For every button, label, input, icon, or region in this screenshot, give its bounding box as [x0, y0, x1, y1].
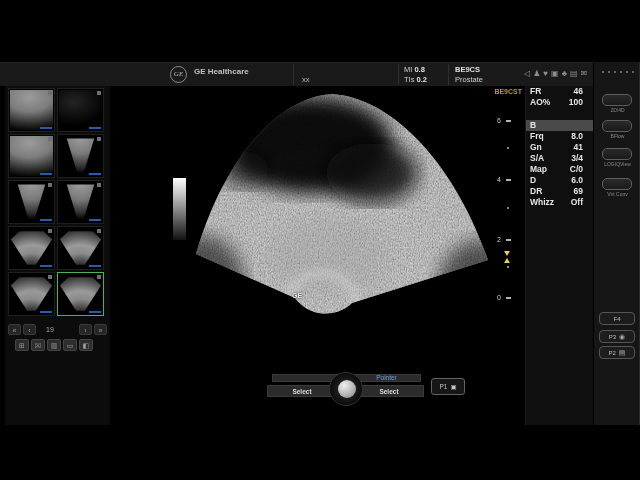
ruler-dash	[506, 297, 511, 299]
patient-id-field[interactable]: xx	[302, 75, 310, 84]
p1-button[interactable]: P1 ▣	[431, 378, 465, 395]
thumbnail-image	[10, 182, 53, 222]
thumbnail-tag	[89, 173, 101, 175]
param-row-d: D6.0	[526, 175, 593, 186]
soft-button-virtconv[interactable]	[602, 178, 632, 190]
param-value: 100	[569, 97, 583, 108]
param-value: 8.0	[571, 131, 583, 142]
thumbnail-badge	[48, 229, 52, 233]
ruler-dash	[506, 120, 511, 122]
thumbnail-item[interactable]	[57, 134, 104, 178]
delete-icon[interactable]: ☒	[31, 339, 45, 351]
param-row-fr: FR46	[526, 86, 593, 97]
param-gap	[526, 108, 593, 120]
ruler-dash	[506, 239, 511, 241]
rail-menu-dots	[602, 71, 634, 73]
ruler-dash	[506, 179, 511, 181]
thumbnail-image	[10, 274, 53, 314]
thumbnail-image	[59, 136, 102, 176]
layout-grid-icon[interactable]: ⊞	[15, 339, 29, 351]
mute-icon: ◁	[524, 68, 530, 80]
thumbnail-item[interactable]	[8, 272, 55, 316]
param-label: Map	[530, 164, 547, 175]
last-page-button[interactable]: »	[94, 324, 107, 335]
param-row-frq: Frq8.0	[526, 131, 593, 142]
thumbnail-image	[59, 182, 102, 222]
thumbnail-item[interactable]	[57, 180, 104, 224]
next-page-button[interactable]: ›	[79, 324, 92, 335]
thumbnail-tag	[89, 127, 101, 129]
network-icon: ♣	[562, 68, 567, 80]
thumbnail-tag	[40, 265, 52, 267]
param-label: AO%	[530, 97, 550, 108]
param-row-map: MapC/0	[526, 164, 593, 175]
focus-marker-icon[interactable]	[504, 251, 511, 263]
thumbnail-tag	[40, 127, 52, 129]
param-row-b[interactable]: B	[526, 120, 593, 131]
header-bar: GE GE Healthcare xx MI 0.8 TIs 0.2 BE9CS…	[0, 62, 593, 87]
param-value: 3/4	[571, 153, 583, 164]
soft-button-logiqview[interactable]	[602, 148, 632, 160]
header-divider	[293, 64, 294, 85]
clipboard-icon[interactable]: ▥	[47, 339, 61, 351]
ruler-mark: 2	[492, 237, 516, 245]
trackball-key-select-right[interactable]: Select	[354, 385, 424, 397]
soft-button-label: Virt Conv	[594, 191, 640, 197]
trackball-key-select-left[interactable]: Select	[267, 385, 337, 397]
speaker-icon[interactable]: ◧	[79, 339, 93, 351]
thumbnail-badge	[48, 183, 52, 187]
hard-button-f4[interactable]: F4	[599, 312, 635, 325]
ruler-number: 2	[492, 236, 501, 243]
clipboard-toolbar: ⊞☒▥▭◧	[15, 339, 93, 351]
param-value: 46	[574, 86, 583, 97]
param-label: FR	[530, 86, 541, 97]
param-label: Whizz	[530, 197, 554, 208]
prev-page-button[interactable]: ‹	[23, 324, 36, 335]
soft-button-bflow[interactable]	[602, 120, 632, 132]
camera-icon: ▣	[551, 68, 559, 80]
soft-button-label: LOGIQView	[594, 161, 640, 167]
ge-logo-icon: GE	[170, 66, 187, 83]
param-label: DR	[530, 186, 542, 197]
wifi-icon: ♥	[543, 68, 548, 80]
hard-button-p2[interactable]: P2▤	[599, 346, 635, 359]
right-rail: 2D/4DBFlowLOGIQViewVirt ConvF4P3◉P2▤	[593, 62, 640, 425]
thumbnail-item[interactable]	[57, 272, 104, 316]
thumbnail-item[interactable]	[8, 180, 55, 224]
thumbnail-badge	[97, 137, 101, 141]
first-page-button[interactable]: «	[8, 324, 21, 335]
param-label: Frq	[530, 131, 544, 142]
hard-button-label: F4	[613, 316, 620, 322]
page-number: 19	[46, 326, 54, 333]
thumbnail-item[interactable]	[8, 226, 55, 270]
thumbnail-item[interactable]	[57, 88, 104, 132]
trackball-key-pointer[interactable]: Pointer	[352, 374, 421, 382]
store-icon: ▣	[450, 383, 456, 391]
monitor-icon[interactable]: ▭	[63, 339, 77, 351]
hard-button-label: P2	[609, 350, 616, 356]
param-row-whizz: WhizzOff	[526, 197, 593, 208]
thumbnail-image	[10, 228, 53, 268]
param-value: C/0	[570, 164, 583, 175]
header-status-icons: ◁♟♥▣♣▤✉	[524, 68, 587, 80]
thumbnail-item[interactable]	[8, 88, 55, 132]
header-divider	[448, 64, 449, 85]
hard-button-p3[interactable]: P3◉	[599, 330, 635, 343]
param-label: S/A	[530, 153, 544, 164]
ruler-number: 6	[492, 117, 501, 124]
param-value: 69	[574, 186, 583, 197]
thumbnail-item[interactable]	[8, 134, 55, 178]
thumbnail-item[interactable]	[57, 226, 104, 270]
trackball[interactable]	[338, 380, 356, 398]
param-row-sa: S/A3/4	[526, 153, 593, 164]
param-row-dr: DR69	[526, 186, 593, 197]
thumbnail-badge	[97, 183, 101, 187]
thumbnail-badge	[48, 275, 52, 279]
thumbnail-tag	[89, 219, 101, 221]
soft-button-2d4d[interactable]	[602, 94, 632, 106]
param-value: Off	[571, 197, 583, 208]
grayscale-bar	[173, 178, 186, 240]
thumbnail-tag	[40, 173, 52, 175]
param-label: Gn	[530, 142, 542, 153]
probe-preset-readout: BE9CS Prostate	[455, 65, 483, 85]
